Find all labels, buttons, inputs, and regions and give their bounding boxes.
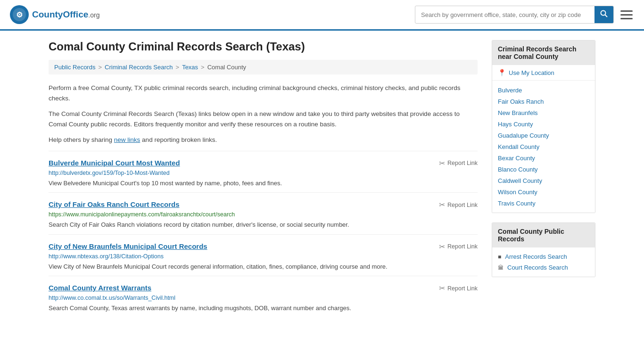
report-icon-1: ✂ xyxy=(439,200,445,209)
result-url-1[interactable]: https://www.municipalonlinepayments.com/… xyxy=(49,211,478,218)
breadcrumb-public-records[interactable]: Public Records xyxy=(54,64,95,71)
breadcrumb-criminal-records[interactable]: Criminal Records Search xyxy=(105,64,173,71)
breadcrumb: Public Records > Criminal Records Search… xyxy=(49,60,478,74)
bc-sep-1: > xyxy=(98,64,102,71)
sidebar-nearby-link-10[interactable]: Travis County xyxy=(498,200,536,207)
search-input[interactable] xyxy=(415,8,594,22)
main-wrapper: Comal County Criminal Records Search (Te… xyxy=(39,31,605,327)
sidebar-nearby-link-8[interactable]: Caldwell County xyxy=(498,177,542,184)
result-url-3[interactable]: http://www.co.comal.tx.us/so/Warrants_Ci… xyxy=(49,295,478,301)
sidebar-nearby-link-9[interactable]: Wilson County xyxy=(498,189,537,196)
sidebar-nearby-link-2[interactable]: New Braunfels xyxy=(498,109,538,116)
result-header: Comal County Arrest Warrants ✂ Report Li… xyxy=(49,284,478,293)
page-title: Comal County Criminal Records Search (Te… xyxy=(49,40,478,53)
search-button[interactable] xyxy=(594,6,613,23)
header-right xyxy=(415,6,635,24)
sidebar-nearby-item: Kendall County xyxy=(492,141,595,152)
logo-icon: ⚙ xyxy=(9,5,29,25)
result-desc-2: View City of New Braunfels Municipal Cou… xyxy=(49,262,478,272)
use-location-label: Use My Location xyxy=(509,69,554,76)
logo-area[interactable]: ⚙ CountyOffice.org xyxy=(9,5,99,25)
logo-text: CountyOffice.org xyxy=(32,9,99,20)
sidebar-nearby-link-5[interactable]: Kendall County xyxy=(498,143,539,150)
report-link-button-2[interactable]: ✂ Report Link xyxy=(439,242,478,251)
report-link-button-1[interactable]: ✂ Report Link xyxy=(439,200,478,209)
site-header: ⚙ CountyOffice.org xyxy=(0,0,644,31)
sidebar-nearby-link-7[interactable]: Blanco County xyxy=(498,166,538,173)
location-pin-icon: 📍 xyxy=(498,69,506,76)
search-container xyxy=(415,6,614,24)
sidebar-nearby-link-6[interactable]: Bexar County xyxy=(498,155,535,162)
result-desc-3: Search Comal County, Texas arrest warran… xyxy=(49,304,478,313)
result-title-0[interactable]: Bulverde Municipal Court Most Wanted xyxy=(49,159,180,167)
svg-line-4 xyxy=(605,15,608,17)
breadcrumb-texas[interactable]: Texas xyxy=(182,64,198,71)
report-label-3: Report Link xyxy=(447,285,478,292)
bc-sep-3: > xyxy=(201,64,205,71)
sidebar-nearby-link-4[interactable]: Guadalupe County xyxy=(498,132,549,139)
sidebar-nearby-header: Criminal Records Search near Comal Count… xyxy=(492,41,595,65)
record-link-1[interactable]: Court Records Search xyxy=(507,264,568,271)
menu-line-1 xyxy=(620,10,633,12)
sidebar-nearby-item: Caldwell County xyxy=(492,175,595,186)
result-desc-1: Search City of Fair Oaks Ranch violation… xyxy=(49,220,478,230)
content-area: Comal County Criminal Records Search (Te… xyxy=(49,40,478,318)
report-link-button-0[interactable]: ✂ Report Link xyxy=(439,159,478,168)
desc-para-1: Perform a free Comal County, TX public c… xyxy=(49,83,478,103)
sidebar-nearby-item: Guadalupe County xyxy=(492,130,595,141)
report-icon-2: ✂ xyxy=(439,242,445,251)
result-title-3[interactable]: Comal County Arrest Warrants xyxy=(49,284,151,292)
sidebar-nearby-item: Hays County xyxy=(492,118,595,130)
menu-line-3 xyxy=(620,18,633,19)
sidebar-nearby-item: Wilson County xyxy=(492,186,595,197)
report-icon-0: ✂ xyxy=(439,159,445,168)
result-header: City of Fair Oaks Ranch Court Records ✂ … xyxy=(49,200,478,209)
sidebar-records-header: Comal County Public Records xyxy=(492,223,595,247)
sidebar-nearby-link-3[interactable]: Hays County xyxy=(498,121,533,128)
result-title-1[interactable]: City of Fair Oaks Ranch Court Records xyxy=(49,200,180,208)
search-icon xyxy=(600,10,608,17)
desc-para-2: The Comal County Criminal Records Search… xyxy=(49,109,478,129)
sidebar-nearby-list: BulverdeFair Oaks RanchNew BraunfelsHays… xyxy=(492,81,595,213)
result-item: City of New Braunfels Municipal Court Re… xyxy=(49,234,478,276)
menu-button[interactable] xyxy=(619,8,635,21)
result-desc-0: View Belvedere Municipal Court's top 10 … xyxy=(49,179,478,188)
report-icon-3: ✂ xyxy=(439,284,445,293)
sidebar-records-section: Comal County Public Records ■Arrest Reco… xyxy=(492,222,595,277)
record-icon-1: 🏛 xyxy=(498,264,504,271)
sidebar-record-item: 🏛Court Records Search xyxy=(492,262,595,273)
svg-point-3 xyxy=(601,11,606,16)
menu-line-2 xyxy=(620,14,633,16)
sidebar-nearby-item: Travis County xyxy=(492,197,595,209)
breadcrumb-current: Comal County xyxy=(207,64,246,71)
result-url-2[interactable]: http://www.nbtexas.org/138/Citation-Opti… xyxy=(49,253,478,260)
sidebar-nearby-item: Fair Oaks Ranch xyxy=(492,96,595,107)
result-item: City of Fair Oaks Ranch Court Records ✂ … xyxy=(49,192,478,234)
result-title-2[interactable]: City of New Braunfels Municipal Court Re… xyxy=(49,242,207,250)
use-my-location[interactable]: 📍 Use My Location xyxy=(492,65,595,81)
sidebar-nearby-link-0[interactable]: Bulverde xyxy=(498,87,522,94)
sidebar-records-list: ■Arrest Records Search🏛Court Records Sea… xyxy=(492,247,595,277)
sidebar-nearby-link-1[interactable]: Fair Oaks Ranch xyxy=(498,98,544,105)
sidebar: Criminal Records Search near Comal Count… xyxy=(492,40,595,318)
result-item: Bulverde Municipal Court Most Wanted ✂ R… xyxy=(49,151,478,193)
record-link-0[interactable]: Arrest Records Search xyxy=(505,253,567,260)
new-links-link[interactable]: new links xyxy=(114,136,140,143)
result-url-0[interactable]: http://bulverdetx.gov/159/Top-10-Most-Wa… xyxy=(49,170,478,176)
report-label-0: Report Link xyxy=(447,160,478,166)
sidebar-nearby-item: Bulverde xyxy=(492,84,595,96)
report-link-button-3[interactable]: ✂ Report Link xyxy=(439,284,478,293)
desc-para-3-prefix: Help others by sharing xyxy=(49,136,114,143)
result-header: City of New Braunfels Municipal Court Re… xyxy=(49,242,478,251)
sidebar-nearby-item: Blanco County xyxy=(492,164,595,175)
sidebar-nearby-item: Bexar County xyxy=(492,152,595,164)
sidebar-nearby-section: Criminal Records Search near Comal Count… xyxy=(492,40,595,213)
bc-sep-2: > xyxy=(176,64,180,71)
results-list: Bulverde Municipal Court Most Wanted ✂ R… xyxy=(49,151,478,318)
result-header: Bulverde Municipal Court Most Wanted ✂ R… xyxy=(49,159,478,168)
sidebar-record-item: ■Arrest Records Search xyxy=(492,251,595,262)
report-label-2: Report Link xyxy=(447,243,478,250)
result-item: Comal County Arrest Warrants ✂ Report Li… xyxy=(49,276,478,318)
svg-text:⚙: ⚙ xyxy=(16,11,23,19)
report-label-1: Report Link xyxy=(447,202,478,208)
